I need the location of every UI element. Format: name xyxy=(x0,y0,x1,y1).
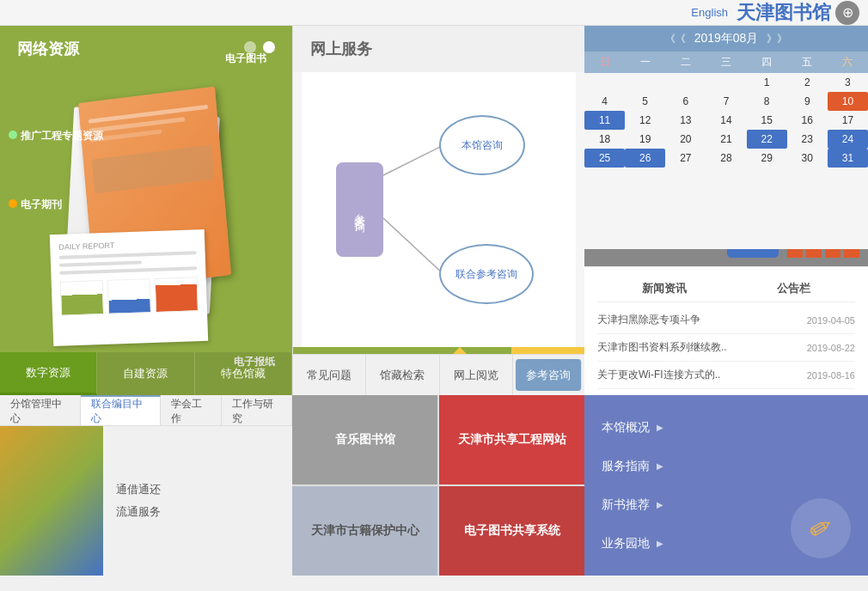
stab-online-reading[interactable]: 网上阅览 xyxy=(440,355,513,395)
bl-item-2[interactable]: 流通服务 xyxy=(116,504,161,520)
weekday-日: 日 xyxy=(584,52,625,73)
cal-day-27[interactable]: 27 xyxy=(665,149,706,168)
mind-map: 参考咨询 本馆咨询 联合参考咨询 xyxy=(310,89,568,330)
bottom-mid-panel: 音乐图书馆 天津市共享工程网站 天津市古籍保护中心 电子图书共享系统 xyxy=(292,395,584,576)
cal-day-15[interactable]: 15 xyxy=(747,111,787,130)
br-link-service-guide[interactable]: 服务指南 xyxy=(602,456,851,477)
cal-day-9[interactable]: 9 xyxy=(787,92,828,111)
pen-icon: ✏ xyxy=(803,509,839,548)
tab-special-collection[interactable]: 特色馆藏 xyxy=(195,352,292,395)
pen-icon-container: ✏ xyxy=(791,498,851,558)
cal-day-25[interactable]: 25 xyxy=(584,149,625,168)
english-link[interactable]: English xyxy=(691,6,728,19)
bltab-association[interactable]: 学会工作 xyxy=(161,395,222,425)
cal-day-16[interactable]: 16 xyxy=(787,111,828,130)
mind-node-joint-consultation[interactable]: 联合参考咨询 xyxy=(439,244,534,304)
stab-catalog-search[interactable]: 馆藏检索 xyxy=(366,355,439,395)
cal-day-5[interactable]: 5 xyxy=(625,92,665,111)
cal-day-22[interactable]: 22 xyxy=(747,130,787,149)
net-resources-tabs: 数字资源 自建资源 特色馆藏 xyxy=(0,352,292,395)
stab-reference[interactable]: 参考咨询 xyxy=(516,359,582,391)
online-service-panel: 网上服务 参考咨询 本馆咨询 联合参考咨询 xyxy=(292,26,584,395)
pbar-green xyxy=(293,347,511,354)
cal-day-18[interactable]: 18 xyxy=(584,130,625,149)
cal-day-8[interactable]: 8 xyxy=(747,92,787,111)
bottom-left-tabs: 分馆管理中心 联合编目中心 学会工作 工作与研究 xyxy=(0,395,292,426)
cal-day-empty xyxy=(625,73,665,92)
cal-day-6[interactable]: 6 xyxy=(665,92,706,111)
pbar-arrow xyxy=(453,347,467,354)
cal-day-empty xyxy=(706,73,746,92)
cal-day-4[interactable]: 4 xyxy=(584,92,625,111)
mind-node-consultation[interactable]: 本馆咨询 xyxy=(439,115,525,175)
calendar-grid: 日一二三四五六 12345678910111213141516171819202… xyxy=(584,52,868,168)
news-section: 新闻资讯 公告栏 天津扫黑除恶专项斗争2019-04-05天津市图书资料系列继续… xyxy=(584,266,868,398)
project-label[interactable]: 推广工程专题资源 xyxy=(9,129,103,143)
ntab-bulletin[interactable]: 公告栏 xyxy=(777,281,810,296)
cal-day-31[interactable]: 31 xyxy=(828,149,868,168)
line xyxy=(59,260,142,266)
cal-day-empty xyxy=(665,73,706,92)
br-link-overview[interactable]: 本馆概况 xyxy=(602,417,851,438)
cal-day-3[interactable]: 3 xyxy=(828,73,868,92)
logo-icon[interactable]: ⊕ xyxy=(835,1,859,25)
tab-digital-resources[interactable]: 数字资源 xyxy=(0,352,97,395)
stab-faq[interactable]: 常见问题 xyxy=(293,355,366,395)
top-bar: English 天津图书馆 ⊕ xyxy=(0,0,868,26)
cal-day-30[interactable]: 30 xyxy=(787,149,828,168)
tile-ancient-books[interactable]: 天津市古籍保护中心 xyxy=(292,486,437,576)
tab-self-built[interactable]: 自建资源 xyxy=(97,352,194,395)
cal-day-11[interactable]: 11 xyxy=(584,111,625,130)
tile-ebook-sharing[interactable]: 电子图书共享系统 xyxy=(439,486,584,576)
bar-chart xyxy=(787,249,859,258)
service-tabs: 常见问题 馆藏检索 网上阅览 参考咨询 xyxy=(293,354,584,395)
bltab-joint-catalog[interactable]: 联合编目中心 xyxy=(81,395,162,425)
cal-day-24[interactable]: 24 xyxy=(828,130,868,149)
tile-tianjin-sharing[interactable]: 天津市共享工程网站 xyxy=(439,395,584,484)
bl-text: 通借通还 流通服务 xyxy=(103,426,174,576)
cal-day-7[interactable]: 7 xyxy=(706,92,746,111)
main-grid: 网络资源 DAILY REPORT xyxy=(0,26,868,576)
cal-prev[interactable]: 《《 xyxy=(665,32,686,46)
cal-day-26[interactable]: 26 xyxy=(625,149,665,168)
news-item[interactable]: 天津扫黑除恶专项斗争2019-04-05 xyxy=(597,307,855,334)
bltab-branch-mgmt[interactable]: 分馆管理中心 xyxy=(0,395,81,425)
bltab-work-research[interactable]: 工作与研究 xyxy=(222,395,292,425)
bar-4 xyxy=(844,249,859,258)
bl-item-1[interactable]: 通借通还 xyxy=(116,482,161,497)
cal-day-14[interactable]: 14 xyxy=(706,111,746,130)
weekday-五: 五 xyxy=(787,52,828,73)
net-resources-panel: 网络资源 DAILY REPORT xyxy=(0,26,292,395)
news-item[interactable]: 关于更改Wi-FI连接方式的..2019-08-16 xyxy=(597,362,855,389)
weekday-三: 三 xyxy=(706,52,746,73)
tile-music-library[interactable]: 音乐图书馆 xyxy=(292,395,437,484)
pbar-yellow xyxy=(511,347,584,354)
mind-center-node[interactable]: 参考咨询 xyxy=(336,162,383,257)
calendar-week-row: 45678910 xyxy=(584,92,868,111)
cal-day-2[interactable]: 2 xyxy=(787,73,828,92)
cal-day-29[interactable]: 29 xyxy=(747,149,787,168)
cal-day-20[interactable]: 20 xyxy=(665,130,706,149)
ebook-label[interactable]: 电子图书 xyxy=(225,52,266,66)
right-panel: 《《 2019年08月 》》 日一二三四五六 12345678910111213… xyxy=(584,26,868,395)
cal-day-13[interactable]: 13 xyxy=(665,111,706,130)
journal-label[interactable]: 电子期刊 xyxy=(9,198,62,212)
report-lines: DAILY REPORT xyxy=(50,229,208,325)
cal-day-1[interactable]: 1 xyxy=(747,73,787,92)
cal-body: 1234567891011121314151617181920212223242… xyxy=(584,73,868,168)
cal-day-10[interactable]: 10 xyxy=(828,92,868,111)
news-item[interactable]: 天津市图书资料系列继续教..2019-08-22 xyxy=(597,334,855,362)
report-paper: DAILY REPORT xyxy=(50,229,208,346)
bottom-left-panel: 分馆管理中心 联合编目中心 学会工作 工作与研究 通借通还 流通服务 xyxy=(0,395,292,576)
ntab-news[interactable]: 新闻资讯 xyxy=(642,281,687,296)
cal-day-12[interactable]: 12 xyxy=(625,111,665,130)
calendar-week-row: 18192021222324 xyxy=(584,130,868,149)
cal-day-empty xyxy=(584,73,625,92)
cal-day-28[interactable]: 28 xyxy=(706,149,746,168)
cal-day-19[interactable]: 19 xyxy=(625,130,665,149)
cal-day-23[interactable]: 23 xyxy=(787,130,828,149)
cal-next[interactable]: 》》 xyxy=(767,32,787,46)
service-mind-map-area: 参考咨询 本馆咨询 联合参考咨询 xyxy=(302,72,576,347)
cal-day-17[interactable]: 17 xyxy=(828,111,868,130)
cal-day-21[interactable]: 21 xyxy=(706,130,746,149)
